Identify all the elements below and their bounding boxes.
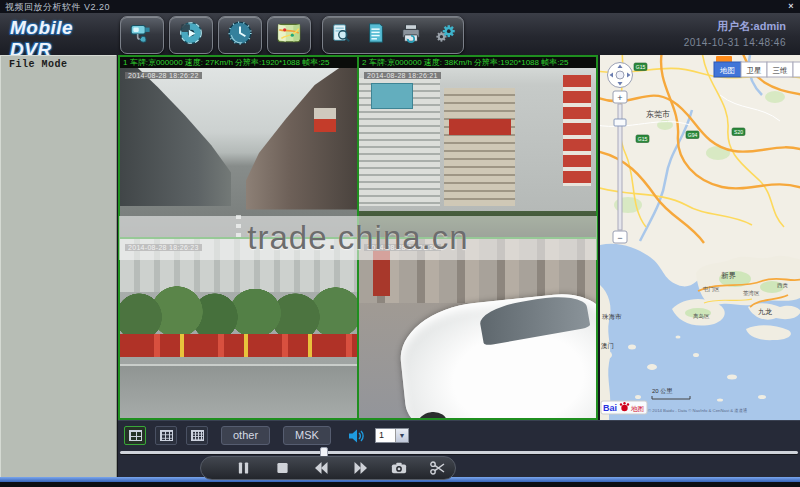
map-icon — [276, 20, 302, 50]
district-label-tuen-mun: 屯门区 — [702, 286, 720, 292]
close-button[interactable]: × — [785, 1, 797, 11]
video-disc-icon — [178, 20, 204, 50]
file-tools-group — [322, 16, 464, 54]
scene-shape — [120, 364, 357, 418]
msk-button[interactable]: MSK — [283, 426, 331, 445]
video-frame — [120, 239, 357, 419]
svg-text:S20: S20 — [734, 129, 743, 135]
city-label-new-territories: 新界 — [721, 271, 737, 280]
city-label-dongguan: 东莞市 — [646, 110, 670, 119]
current-datetime: 2014-10-31 14:48:46 — [684, 37, 786, 48]
grid-4x4-icon — [191, 430, 204, 441]
road-shield: G94 — [686, 131, 699, 139]
video-channel-2[interactable]: 2 车牌:京000000 速度: 38Km/h 分辨率:1920*1088 帧率… — [358, 56, 597, 238]
baidu-map-canvas[interactable]: G15 G15 G94 S20 东莞市 珠海市 澳门 新界 九龙 屯门区 — [600, 55, 800, 420]
rewind-button[interactable] — [313, 460, 329, 476]
scene-shape — [416, 410, 448, 419]
video-channel-3[interactable]: 2014-08-28 18:26:23 — [119, 238, 358, 420]
svg-text:G15: G15 — [638, 136, 648, 142]
video-timestamp: 2014-08-28 18:26:21 — [364, 72, 441, 79]
scene-shape — [120, 68, 231, 206]
grid-2x2-icon — [129, 430, 142, 441]
export-save-button[interactable] — [400, 22, 422, 48]
zoom-out-button[interactable]: − — [617, 233, 622, 243]
settings-gear-button[interactable] — [435, 22, 457, 48]
channel-info-text: 1 车牌:京000000 速度: 27Km/h 分辨率:1920*1088 帧率… — [123, 58, 329, 67]
video-timestamp: 2014-08-28 18:26:22 — [125, 72, 202, 79]
zoom-in-button[interactable]: + — [617, 93, 622, 103]
road-shield: S20 — [732, 128, 745, 136]
city-label-zhuhai: 珠海市 — [602, 313, 622, 321]
sidebar-panel: File Mode — [0, 55, 118, 477]
audio-channel-select[interactable]: 1 ▼ — [375, 428, 409, 443]
district-label-tsuen-wan: 荃湾区 — [743, 290, 760, 297]
channel-info-bar: 2 车牌:京000000 速度: 38Km/h 分辨率:1920*1088 帧率… — [359, 57, 596, 68]
scene-shape — [395, 289, 597, 419]
file-mode-label: File Mode — [0, 55, 117, 70]
svg-text:G15: G15 — [636, 64, 646, 70]
district-label-islands: 离岛区 — [693, 313, 710, 320]
svg-text:G94: G94 — [688, 132, 698, 138]
playback-control-panel: other MSK 1 ▼ — [118, 420, 800, 477]
user-info: 用户名:admin 2014-10-31 14:48:46 — [684, 19, 786, 48]
other-layout-button[interactable]: other — [221, 426, 270, 445]
map-pan-control[interactable] — [608, 63, 633, 88]
map-panel[interactable]: G15 G15 G94 S20 东莞市 珠海市 澳门 新界 九龙 屯门区 — [598, 55, 800, 420]
title-bar: 视频回放分析软件 V2.20 — [0, 0, 800, 13]
scene-shape — [371, 83, 413, 109]
snapshot-button[interactable] — [391, 460, 407, 476]
scene-shape — [314, 119, 335, 132]
scene-shape — [563, 75, 591, 186]
file-list-button[interactable] — [365, 22, 387, 48]
video-channel-4[interactable]: 2014-08-28 18:26:24 — [358, 238, 597, 420]
main-toolbar — [120, 15, 464, 54]
user-name: 用户名:admin — [684, 19, 786, 34]
district-label-sai-kung: 西贡 — [777, 282, 789, 289]
header-bar: Mobile DVR GPS — [0, 13, 800, 56]
road-shield: G15 — [634, 63, 647, 71]
pause-button[interactable] — [235, 460, 251, 476]
scene-shape — [449, 119, 511, 136]
video-frame — [359, 239, 596, 419]
clock-icon — [227, 20, 253, 50]
road-shield: G15 — [636, 135, 649, 143]
video-wall: 1 车牌:京000000 速度: 27Km/h 分辨率:1920*1088 帧率… — [118, 55, 598, 420]
cctv-camera-icon — [129, 20, 155, 50]
watermark: trade.china.cn — [119, 216, 597, 260]
scale-label: 20 公里 — [652, 388, 673, 394]
zoom-thumb[interactable] — [614, 119, 626, 126]
scene-shape — [120, 334, 357, 357]
camera-view-button[interactable] — [120, 16, 164, 54]
layout-3x3-button[interactable] — [155, 426, 177, 445]
video-channel-1[interactable]: 1 车牌:京000000 速度: 27Km/h 分辨率:1920*1088 帧率… — [119, 56, 358, 238]
baidu-logo-suffix: 地图 — [631, 405, 644, 412]
grid-3x3-icon — [160, 430, 173, 441]
map-type-3d-label: 三维 — [773, 66, 789, 75]
city-label-kowloon: 九龙 — [758, 308, 772, 315]
baidu-logo: Bai 地图 — [601, 401, 647, 414]
scene-shape — [444, 88, 515, 206]
channel-info-bar: 1 车牌:京000000 速度: 27Km/h 分辨率:1920*1088 帧率… — [120, 57, 357, 68]
video-frame — [359, 68, 596, 237]
video-playback-button[interactable] — [169, 16, 213, 54]
channel-info-text: 2 车牌:京000000 速度: 38Km/h 分辨率:1920*1088 帧率… — [362, 58, 568, 67]
video-frame — [120, 68, 357, 237]
map-view-button[interactable] — [267, 16, 311, 54]
playback-bar — [200, 456, 456, 480]
seek-track[interactable] — [120, 451, 798, 454]
audio-channel-value: 1 — [376, 429, 395, 442]
search-file-button[interactable] — [330, 22, 352, 48]
clip-cut-button[interactable] — [430, 460, 446, 476]
fast-forward-button[interactable] — [352, 460, 368, 476]
map-type-more-button[interactable] — [793, 62, 800, 77]
stop-button[interactable] — [274, 460, 290, 476]
time-search-button[interactable] — [218, 16, 262, 54]
map-type-map-label: 地图 — [719, 66, 735, 75]
speaker-icon[interactable] — [348, 429, 366, 443]
mobile-dvr-app: 视频回放分析软件 V2.20 × – Mobile DVR GPS — [0, 0, 800, 487]
scene-shape — [246, 68, 357, 210]
layout-2x2-button[interactable] — [124, 426, 146, 445]
dropdown-arrow-icon[interactable]: ▼ — [395, 429, 408, 442]
layout-4x4-button[interactable] — [186, 426, 208, 445]
map-attribution: © 2014 Baidu - Data © NavInfo & CenNavi … — [648, 407, 747, 413]
